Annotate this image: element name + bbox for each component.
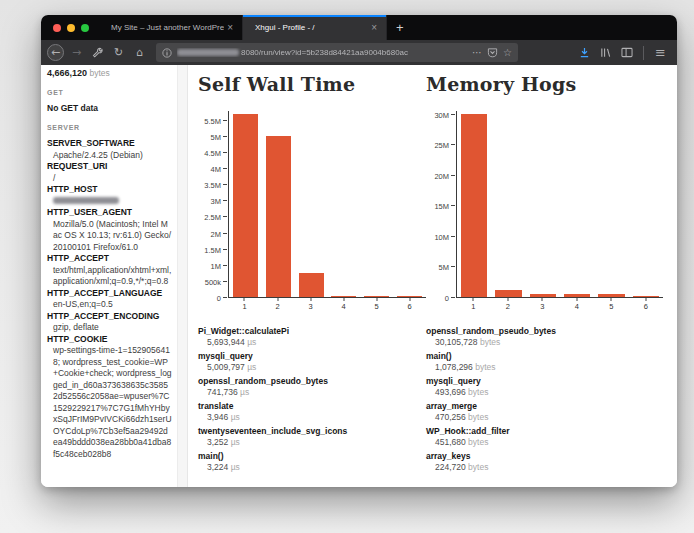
- bar-Pi_Widget::calculatePi[interactable]: [233, 114, 258, 297]
- y-tick-mark: [451, 144, 455, 145]
- page-content: 4,666,120 bytes GET No GET data SERVER S…: [41, 65, 677, 487]
- tab-xhgui-profile[interactable]: Xhgui - Profile - / ×: [243, 15, 387, 40]
- downloads-button[interactable]: [576, 44, 593, 61]
- function-link[interactable]: WP_Hook::add_filter: [426, 426, 663, 437]
- page-actions-button[interactable]: ⋯: [472, 47, 482, 58]
- server-entry: HTTP_ACCEPT_ENCODING gzip, deflate: [47, 311, 172, 334]
- x-tick-mark: [244, 298, 245, 301]
- close-window-button[interactable]: [53, 24, 61, 32]
- server-entry: HTTP_USER_AGENT Mozilla/5.0 (Macintosh; …: [47, 207, 172, 253]
- function-link[interactable]: array_merge: [426, 401, 663, 412]
- server-section-heading: SERVER: [47, 124, 172, 131]
- sidebar-scrollbar[interactable]: [177, 65, 188, 487]
- bookmark-star-icon[interactable]: ☆: [503, 47, 512, 58]
- url-bar[interactable]: 8080/run/view?id=5b238d84421aa9004b680ac…: [156, 43, 518, 62]
- server-value: /: [47, 173, 172, 185]
- function-link[interactable]: twentyseventeen_include_svg_icons: [198, 426, 426, 437]
- list-item: twentyseventeen_include_svg_icons 3,252 …: [198, 426, 426, 448]
- function-value: 741,736: [207, 387, 238, 397]
- function-value: 5,693,944: [207, 337, 245, 347]
- wrench-icon: [92, 47, 103, 58]
- value-unit: µs: [240, 387, 249, 397]
- close-icon[interactable]: ×: [368, 22, 380, 33]
- tools-button[interactable]: [89, 44, 106, 61]
- bar-translate[interactable]: [331, 296, 356, 297]
- y-tick-label: 30M: [434, 110, 449, 119]
- x-tick-label: 6: [407, 302, 411, 311]
- list-item: mysqli_query 5,009,797 µs: [198, 351, 426, 373]
- bar-mysqli_query[interactable]: [266, 136, 291, 297]
- y-tick-mark: [223, 184, 227, 185]
- y-tick-label: 1.5M: [204, 245, 221, 254]
- zoom-window-button[interactable]: [81, 24, 89, 32]
- y-axis: 05M10M15M20M25M30M: [426, 111, 456, 298]
- function-link[interactable]: openssl_random_pseudo_bytes: [198, 376, 426, 387]
- home-button[interactable]: ⌂: [131, 44, 148, 61]
- function-link[interactable]: openssl_random_pseudo_bytes: [426, 326, 663, 337]
- y-tick-label: 0: [445, 294, 449, 303]
- http-host-value-redacted: [53, 197, 119, 204]
- no-get-data-text: No GET data: [47, 103, 172, 113]
- back-button[interactable]: ←: [47, 44, 64, 61]
- bar-WP_Hook::add_filter[interactable]: [598, 294, 624, 297]
- library-icon: [600, 47, 611, 58]
- y-tick-label: 15M: [434, 202, 449, 211]
- value-unit: bytes: [468, 462, 488, 472]
- browser-window: My Site – Just another WordPress s × Xhg…: [41, 15, 677, 487]
- list-item: translate 3,946 µs: [198, 401, 426, 423]
- menu-button[interactable]: ≡: [652, 44, 669, 61]
- function-link[interactable]: Pi_Widget::calculatePi: [198, 326, 426, 337]
- x-tick-label: 6: [644, 302, 648, 311]
- y-tick-mark: [451, 114, 455, 115]
- function-link[interactable]: translate: [198, 401, 426, 412]
- x-axis: 123456: [228, 298, 426, 312]
- x-axis: 123456: [456, 298, 663, 312]
- minimize-window-button[interactable]: [67, 24, 75, 32]
- x-tick-label: 5: [609, 302, 613, 311]
- bar-twentyseventeen_include_svg_icons[interactable]: [364, 296, 389, 297]
- function-link[interactable]: main(): [198, 451, 426, 462]
- y-tick-label: 5.5M: [204, 116, 221, 125]
- bar-main()[interactable]: [495, 290, 521, 297]
- y-tick-label: 5M: [439, 263, 449, 272]
- sidebar-toggle-button[interactable]: [618, 44, 635, 61]
- tab-wordpress-site[interactable]: My Site – Just another WordPress s ×: [99, 15, 243, 40]
- panel-title: Memory Hogs: [426, 72, 663, 96]
- y-tick-mark: [451, 236, 455, 237]
- bar-array_merge[interactable]: [564, 294, 590, 297]
- reload-button[interactable]: ↻: [110, 44, 127, 61]
- hamburger-menu-icon: ≡: [655, 45, 666, 60]
- value-unit: bytes: [468, 412, 488, 422]
- x-tick-label: 2: [506, 302, 510, 311]
- new-tab-button[interactable]: +: [387, 15, 413, 40]
- toolbar-separator: [643, 46, 644, 60]
- library-button[interactable]: [597, 44, 614, 61]
- close-icon[interactable]: ×: [224, 22, 236, 33]
- tab-title: Xhgui - Profile - /: [255, 23, 368, 32]
- macos-traffic-lights: [41, 15, 99, 40]
- pocket-icon[interactable]: [487, 47, 498, 58]
- server-value: gzip, deflate: [47, 322, 172, 334]
- function-link[interactable]: array_keys: [426, 451, 663, 462]
- function-link[interactable]: main(): [426, 351, 663, 362]
- forward-button[interactable]: →: [68, 44, 85, 61]
- function-link[interactable]: mysqli_query: [198, 351, 426, 362]
- function-link[interactable]: mysqli_query: [426, 376, 663, 387]
- server-key: HTTP_ACCEPT_ENCODING: [47, 311, 172, 323]
- value-unit: bytes: [468, 437, 488, 447]
- bar-openssl_random_pseudo_bytes[interactable]: [299, 273, 324, 297]
- function-value: 224,720: [435, 462, 466, 472]
- y-tick-mark: [223, 281, 227, 282]
- bar-mysqli_query[interactable]: [530, 294, 556, 297]
- bar-main()[interactable]: [397, 296, 422, 297]
- server-entry: REQUEST_URI /: [47, 161, 172, 184]
- function-value: 470,256: [435, 412, 466, 422]
- stat-unit: bytes: [89, 68, 109, 78]
- tab-bar: My Site – Just another WordPress s × Xhg…: [41, 15, 677, 40]
- bar-array_keys[interactable]: [633, 296, 659, 297]
- x-tick-mark: [310, 298, 311, 301]
- server-entry: HTTP_HOST: [47, 184, 172, 207]
- bar-openssl_random_pseudo_bytes[interactable]: [461, 114, 487, 297]
- server-key: HTTP_ACCEPT_LANGUAGE: [47, 288, 172, 300]
- x-tick-label: 3: [308, 302, 312, 311]
